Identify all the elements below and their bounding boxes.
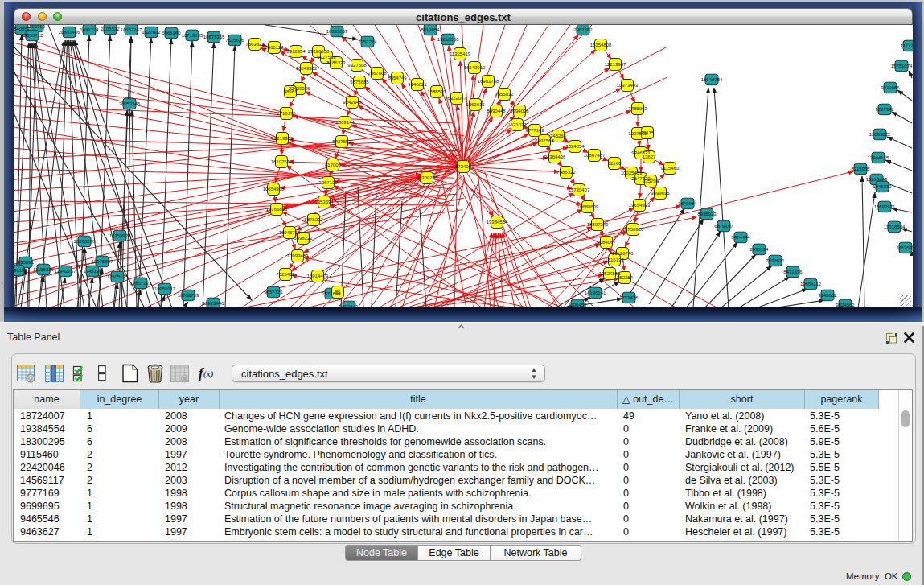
svg-text:10654908: 10654908	[263, 187, 285, 192]
svg-text:1493774: 1493774	[80, 27, 99, 32]
svg-text:11156829: 11156829	[33, 267, 54, 272]
svg-text:8813054: 8813054	[421, 27, 440, 32]
svg-text:5875685: 5875685	[350, 80, 369, 84]
svg-text:10025453: 10025453	[621, 171, 643, 175]
svg-text:6322037: 6322037	[447, 96, 466, 101]
svg-text:18724007: 18724007	[453, 164, 474, 169]
svg-text:16210643: 16210643	[866, 177, 888, 182]
svg-text:16033809: 16033809	[326, 29, 348, 34]
svg-text:3267130: 3267130	[318, 180, 338, 185]
svg-text:9327509: 9327509	[317, 55, 336, 60]
svg-text:98961: 98961	[284, 89, 298, 94]
svg-text:10973493: 10973493	[617, 83, 639, 88]
svg-text:9824562: 9824562	[836, 303, 855, 307]
svg-text:8878332: 8878332	[304, 217, 323, 222]
svg-text:7632621: 7632621	[766, 258, 785, 263]
svg-text:9115460: 9115460	[661, 166, 680, 171]
svg-text:9084067: 9084067	[597, 240, 616, 245]
svg-text:17359928: 17359928	[109, 233, 131, 238]
svg-text:6966160: 6966160	[162, 31, 181, 35]
svg-text:2106532: 2106532	[101, 27, 120, 31]
svg-text:18300295: 18300295	[417, 175, 438, 180]
svg-text:6879197: 6879197	[714, 224, 733, 229]
svg-text:7515526: 7515526	[225, 38, 244, 43]
svg-text:1872141: 1872141	[339, 304, 359, 307]
svg-text:12213369: 12213369	[272, 136, 294, 141]
svg-text:1588520: 1588520	[427, 89, 446, 94]
svg-text:835061: 835061	[18, 260, 35, 265]
svg-text:1621072: 1621072	[507, 122, 527, 127]
svg-text:10653267: 10653267	[121, 27, 142, 32]
svg-text:19384554: 19384554	[487, 220, 508, 225]
svg-text:7663822: 7663822	[245, 42, 265, 47]
svg-text:9245652: 9245652	[818, 293, 837, 298]
svg-text:18807249: 18807249	[587, 222, 609, 227]
svg-text:26053346: 26053346	[119, 101, 141, 106]
svg-text:1362615: 1362615	[466, 102, 485, 107]
svg-text:11325419: 11325419	[450, 51, 471, 56]
svg-text:7357224: 7357224	[358, 39, 377, 44]
svg-text:10993489: 10993489	[287, 253, 309, 258]
svg-text:5498222: 5498222	[294, 236, 313, 241]
svg-text:9657771: 9657771	[264, 290, 283, 295]
svg-text:8454749: 8454749	[388, 76, 407, 80]
svg-text:16107552: 16107552	[271, 159, 293, 164]
svg-text:1046210: 1046210	[873, 184, 892, 189]
svg-text:10046758: 10046758	[279, 230, 301, 235]
svg-text:8215955: 8215955	[851, 167, 870, 171]
svg-text:7625402: 7625402	[276, 272, 295, 277]
svg-text:12505135: 12505135	[107, 274, 129, 279]
svg-text:6497568: 6497568	[535, 138, 554, 143]
svg-text:21364436: 21364436	[544, 154, 566, 159]
svg-text:1353594: 1353594	[314, 200, 334, 204]
svg-text:(x): (x)	[203, 369, 214, 379]
svg-text:8912954: 8912954	[286, 49, 306, 54]
svg-text:16154808: 16154808	[590, 43, 612, 47]
svg-text:9777169: 9777169	[525, 128, 544, 133]
svg-text:209319: 209319	[29, 25, 46, 29]
svg-text:13627: 13627	[643, 154, 656, 159]
svg-text:16120746: 16120746	[612, 251, 634, 256]
svg-text:1733426: 1733426	[619, 295, 639, 300]
svg-text:15720407: 15720407	[569, 187, 590, 192]
svg-text:7955812: 7955812	[495, 92, 514, 97]
svg-text:10958117: 10958117	[154, 286, 176, 291]
svg-text:15692971: 15692971	[874, 204, 896, 209]
svg-text:12942757: 12942757	[55, 269, 76, 274]
svg-text:2935114: 2935114	[750, 247, 770, 252]
svg-text:9146821: 9146821	[408, 82, 427, 87]
svg-text:16648784: 16648784	[701, 77, 723, 82]
svg-text:8471676: 8471676	[783, 270, 803, 274]
svg-text:1167533: 1167533	[897, 245, 913, 250]
svg-text:16640910: 16640910	[464, 65, 486, 70]
svg-text:20206578: 20206578	[74, 239, 96, 244]
svg-text:10671355: 10671355	[203, 35, 225, 39]
svg-text:817006: 817006	[325, 163, 342, 167]
svg-text:8938923: 8938923	[697, 212, 717, 216]
svg-text:3624554: 3624554	[565, 144, 585, 149]
svg-text:9327508: 9327508	[347, 63, 367, 68]
svg-text:1527602: 1527602	[142, 30, 161, 35]
svg-text:2718176: 2718176	[277, 111, 296, 116]
svg-text:9227342: 9227342	[875, 107, 894, 112]
svg-text:10719155: 10719155	[182, 33, 203, 38]
svg-text:6794028: 6794028	[510, 109, 529, 113]
svg-text:2803144: 2803144	[335, 120, 355, 125]
svg-text:16543362: 16543362	[296, 66, 318, 71]
svg-text:12093822: 12093822	[869, 132, 891, 137]
svg-text:19654923: 19654923	[629, 203, 651, 208]
svg-text:2087682: 2087682	[573, 27, 593, 32]
svg-text:19166825: 19166825	[266, 207, 288, 212]
svg-text:935794: 935794	[643, 179, 659, 183]
svg-text:8186323: 8186323	[326, 60, 346, 65]
svg-text:20691406: 20691406	[59, 30, 80, 35]
svg-text:14136141: 14136141	[585, 290, 606, 295]
svg-text:7485063: 7485063	[628, 106, 647, 111]
svg-text:10688609: 10688609	[577, 204, 599, 209]
svg-text:12213967: 12213967	[605, 62, 626, 67]
svg-text:9329966: 9329966	[881, 85, 900, 90]
svg-text:9699695: 9699695	[651, 191, 670, 196]
svg-text:12444155: 12444155	[868, 155, 889, 160]
svg-text:17016504: 17016504	[884, 225, 906, 229]
svg-text:1345194: 1345194	[83, 269, 102, 274]
